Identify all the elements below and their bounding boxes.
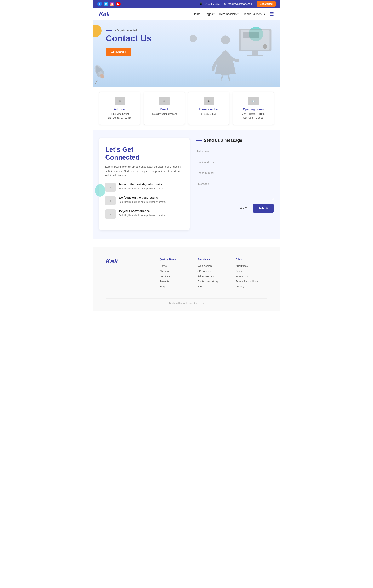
footer-link-blog[interactable]: Blog [160, 285, 191, 288]
footer-about-kavi[interactable]: About Kavi [236, 264, 267, 267]
contact-form: 6 + 7 = Submit [196, 148, 274, 212]
email-input[interactable] [196, 158, 274, 166]
feature-desc-2: Sed fringilla nulla id ante pulvinar pha… [119, 200, 165, 204]
address-card-title: Address [103, 108, 137, 111]
youtube-icon[interactable]: ▶ [116, 2, 121, 6]
footer-about-careers[interactable]: Careers [236, 270, 267, 273]
fullname-input[interactable] [196, 148, 274, 155]
message-textarea[interactable] [196, 180, 274, 200]
top-bar-contact: 📱 +815.555.5555 ✉ info@mycompany.com Get… [199, 1, 276, 7]
feature-icon-2: ▦ [105, 196, 116, 205]
hero-yellow-circle [93, 25, 101, 37]
email-address: info@mycompany.com [227, 2, 252, 5]
phone-input[interactable] [196, 169, 274, 177]
address-line2: San Diego, CA 92465 [103, 116, 137, 120]
feature-text-1: Team of the best digital experts Sed fri… [119, 183, 165, 190]
captcha-row: 6 + 7 = Submit [196, 204, 274, 212]
footer-link-services[interactable]: Services [160, 275, 191, 278]
hours-icon: 🕐 [248, 97, 259, 105]
footer: Kali Quick links Home About us Services … [93, 247, 280, 311]
hamburger-icon[interactable]: ☰ [269, 11, 274, 17]
twitter-icon[interactable]: 𝕏 [104, 2, 108, 6]
footer-about-privacy[interactable]: Privacy [236, 285, 267, 288]
site-logo[interactable]: Kali [99, 11, 110, 17]
main-nav: Home Pages ▾ Hero headers ▾ Header & men… [193, 11, 274, 17]
feature-item-1: ▦ Team of the best digital experts Sed f… [105, 183, 183, 192]
fullname-field [196, 148, 274, 155]
feature-desc-3: Sed fringilla nulla id ante pulvinar pha… [119, 214, 165, 217]
email-link[interactable]: ✉ info@mycompany.com [224, 2, 252, 5]
footer-link-about[interactable]: About us [160, 270, 191, 273]
nav-pages[interactable]: Pages ▾ [205, 12, 215, 16]
hours-card: 🕐 Opening hours Mon–Fri 9:00 – 18:00 Sat… [233, 92, 274, 125]
footer-grid: Kali Quick links Home About us Services … [106, 257, 267, 290]
nav-hero-headers[interactable]: Hero headers ▾ [219, 12, 239, 16]
instagram-icon[interactable]: ◉ [110, 2, 114, 6]
footer-quick-links: Quick links Home About us Services Proje… [160, 257, 191, 290]
phone-card-icon: 📞 [204, 97, 214, 105]
nav-header-menu[interactable]: Header & menu ▾ [243, 12, 265, 16]
main-header: Kali Home Pages ▾ Hero headers ▾ Header … [93, 8, 280, 21]
hero-section: Let's get connected Contact Us Get Start… [93, 21, 280, 87]
nav-home[interactable]: Home [193, 12, 200, 16]
topbar-get-started-button[interactable]: Get started [257, 1, 276, 7]
address-card: ▦ Address 4953 Vine Street San Diego, CA… [99, 92, 140, 125]
svg-rect-2 [252, 51, 258, 55]
footer-bottom: Designed by MarkHendriksen.com [106, 298, 267, 304]
footer-brand: Kali [106, 257, 153, 290]
footer-link-projects[interactable]: Projects [160, 280, 191, 283]
hero-cta-button[interactable]: Get Started [106, 48, 131, 56]
facebook-icon[interactable]: f [97, 2, 102, 6]
submit-button[interactable]: Submit [252, 204, 274, 212]
rocket-decoration [93, 61, 110, 87]
chevron-down-icon: ▾ [237, 12, 239, 16]
feature-text-3: 15 years of experience Sed fringilla nul… [119, 210, 165, 217]
svg-rect-4 [243, 32, 259, 38]
feature-title-3: 15 years of experience [119, 210, 165, 213]
footer-logo[interactable]: Kali [106, 257, 153, 265]
phone-card-value: 815.555.5555 [192, 112, 226, 116]
hero-content: Let's get connected Contact Us Get Start… [106, 29, 185, 56]
svg-rect-3 [247, 55, 263, 56]
svg-point-11 [93, 63, 106, 80]
info-cards-section: ▦ Address 4953 Vine Street San Diego, CA… [93, 87, 280, 130]
footer-service-digitalmarketing[interactable]: Digital marketing [197, 280, 229, 283]
svg-point-10 [224, 81, 274, 86]
footer-services-title: Services [197, 257, 229, 261]
contact-section: Let's Get Connected Lorem ipsum dolor si… [93, 130, 280, 239]
hours-line2: Sat–Sun – Closed [236, 116, 270, 120]
phone-link[interactable]: 📱 +815.555.5555 [199, 2, 220, 5]
message-field [196, 180, 274, 201]
chevron-down-icon: ▾ [264, 12, 265, 16]
footer-service-webdesign[interactable]: Web design [197, 264, 229, 267]
phone-card: 📞 Phone number 815.555.5555 [188, 92, 229, 125]
footer-service-ecommerce[interactable]: eCommerce [197, 270, 229, 273]
hero-decorations [177, 21, 280, 87]
hours-card-title: Opening hours [236, 108, 270, 111]
captcha-label: 6 + 7 = [240, 207, 249, 210]
rocket-icon [93, 61, 110, 86]
form-title: Send us a message [204, 138, 242, 143]
email-field [196, 158, 274, 166]
top-bar: f 𝕏 ◉ ▶ 📱 +815.555.5555 ✉ info@mycompany… [93, 0, 280, 8]
footer-quicklinks-title: Quick links [160, 257, 191, 261]
footer-about-terms[interactable]: Terms & conditions [236, 280, 267, 283]
svg-line-8 [229, 75, 230, 81]
hero-eyebrow-line [106, 30, 112, 31]
footer-services: Services Web design eCommerce Advertisem… [197, 257, 229, 290]
footer-about-title: About [236, 257, 267, 261]
feature-text-2: We focus on the best results Sed fringil… [119, 196, 165, 204]
footer-service-seo[interactable]: SEO [197, 285, 229, 288]
feature-title-1: Team of the best digital experts [119, 183, 165, 186]
svg-point-5 [221, 35, 230, 44]
hero-eyebrow: Let's get connected [106, 29, 185, 32]
footer-link-home[interactable]: Home [160, 264, 191, 267]
footer-copyright: Designed by MarkHendriksen.com [169, 302, 204, 304]
feature-icon-1: ▦ [105, 183, 116, 192]
hero-illustration [177, 21, 280, 86]
hero-title: Contact Us [106, 33, 185, 43]
footer-service-advertisement[interactable]: Advertisement [197, 275, 229, 278]
footer-about-innovation[interactable]: Innovation [236, 275, 267, 278]
phone-card-title: Phone number [192, 108, 226, 111]
phone-field [196, 169, 274, 177]
